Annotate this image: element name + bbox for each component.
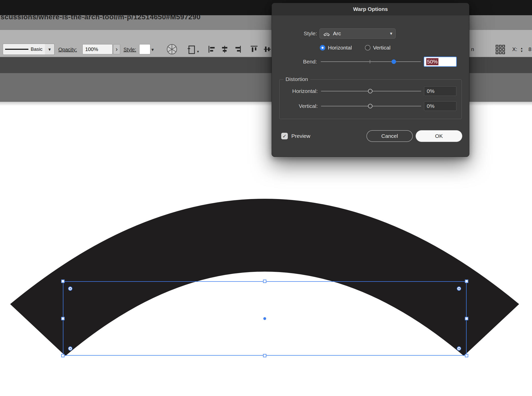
bend-value-selected-text: 50% xyxy=(426,58,438,65)
stepper-down-icon[interactable]: ▾ xyxy=(521,50,523,53)
warp-style-value: Arc xyxy=(333,30,387,37)
align-horizontal-center-icon[interactable] xyxy=(220,45,229,54)
chevron-right-glyph: › xyxy=(116,46,118,53)
distortion-legend: Distortion xyxy=(283,76,310,82)
warp-style-label: Style: xyxy=(274,28,317,39)
arc-style-icon xyxy=(323,31,330,36)
transform-label-partial: n xyxy=(471,46,474,52)
selection-handle-middle-right[interactable] xyxy=(465,317,468,320)
align-horizontal-right-icon[interactable] xyxy=(233,45,242,54)
live-corner-widget[interactable] xyxy=(457,346,461,351)
distortion-group: Distortion Horizontal: 0% Vertical: 0% xyxy=(279,79,462,119)
chevron-right-icon[interactable]: › xyxy=(113,44,120,54)
graphic-style-label[interactable]: Style: xyxy=(123,47,136,53)
vertical-radio[interactable] xyxy=(365,45,370,51)
selection-handle-top-left[interactable] xyxy=(61,280,65,283)
preview-checkbox[interactable]: ✓ xyxy=(281,133,288,139)
bend-slider-center-tick xyxy=(370,60,370,63)
distortion-horizontal-slider[interactable] xyxy=(321,86,421,96)
bend-slider-thumb[interactable] xyxy=(392,59,396,64)
chevron-down-icon: ▾ xyxy=(390,31,392,36)
bend-slider-track[interactable] xyxy=(321,61,421,62)
stroke-preset-dropdown[interactable]: Basic xyxy=(3,44,45,55)
vertical-radio-label[interactable]: Vertical xyxy=(373,45,391,51)
selection-handle-middle-left[interactable] xyxy=(61,317,65,320)
document-icon xyxy=(187,45,196,55)
align-vertical-center-icon[interactable] xyxy=(263,45,272,54)
check-icon: ✓ xyxy=(282,133,287,139)
distortion-horizontal-label: Horizontal: xyxy=(279,86,318,96)
warp-options-dialog: Warp Options Style: Arc ▾ Horizontal Ver… xyxy=(272,3,469,157)
recolor-artwork-icon[interactable] xyxy=(166,43,178,55)
selection-center-point[interactable] xyxy=(263,317,266,320)
stroke-preset-label: Basic xyxy=(31,46,42,52)
align-vertical-top-icon[interactable] xyxy=(250,45,259,54)
dialog-title[interactable]: Warp Options xyxy=(272,3,469,15)
distortion-horizontal-value: 0% xyxy=(427,88,434,94)
cancel-button[interactable]: Cancel xyxy=(366,130,413,142)
distortion-vertical-slider[interactable] xyxy=(321,101,421,111)
graphic-style-swatch[interactable] xyxy=(139,44,150,54)
opacity-label[interactable]: Opacity: xyxy=(58,47,77,53)
selection-handle-top-right[interactable] xyxy=(465,280,468,283)
x-coordinate-stepper[interactable]: ▴ ▾ xyxy=(521,44,523,55)
selection-handle-top-center[interactable] xyxy=(263,280,267,283)
selection-handle-bottom-center[interactable] xyxy=(263,354,267,357)
horizontal-radio-group[interactable]: Horizontal xyxy=(320,43,352,52)
stroke-preview-line xyxy=(5,49,28,50)
live-corner-widget[interactable] xyxy=(68,346,73,351)
chevron-down-icon: ▾ xyxy=(197,49,199,55)
vertical-radio-group[interactable]: Vertical xyxy=(365,43,391,52)
distortion-horizontal-thumb[interactable] xyxy=(368,89,373,93)
distortion-vertical-value: 0% xyxy=(427,103,434,109)
x-coordinate-value-partial: 8 xyxy=(528,46,531,52)
bend-label: Bend: xyxy=(274,57,317,67)
selection-handle-bottom-left[interactable] xyxy=(61,354,65,357)
distortion-vertical-label: Vertical: xyxy=(279,101,318,111)
live-corner-widget[interactable] xyxy=(457,287,461,291)
horizontal-radio-label[interactable]: Horizontal xyxy=(328,45,352,51)
align-horizontal-left-icon[interactable] xyxy=(207,45,217,54)
chevron-down-icon[interactable]: ▾ xyxy=(151,47,154,53)
reference-point-grid-icon[interactable] xyxy=(495,44,506,55)
distortion-vertical-input[interactable]: 0% xyxy=(424,101,456,111)
x-coordinate-label: X: xyxy=(512,46,517,52)
distortion-vertical-thumb[interactable] xyxy=(368,104,373,108)
horizontal-radio[interactable] xyxy=(320,45,325,51)
warp-style-dropdown[interactable]: Arc ▾ xyxy=(320,28,396,39)
chevron-down-glyph: ▾ xyxy=(48,46,51,52)
chevron-down-icon[interactable]: ▾ xyxy=(45,44,55,55)
selection-handle-bottom-right[interactable] xyxy=(465,354,468,357)
distortion-horizontal-input[interactable]: 0% xyxy=(424,86,456,96)
live-corner-widget[interactable] xyxy=(68,287,73,291)
browser-url-text: scussions/where-is-the-arch-tool/m-p/125… xyxy=(1,15,201,21)
preview-label[interactable]: Preview xyxy=(291,133,310,139)
opacity-value: 100% xyxy=(85,46,98,52)
bend-slider[interactable] xyxy=(321,57,421,67)
opacity-input[interactable]: 100% xyxy=(82,44,113,54)
screen: scussions/where-is-the-arch-tool/m-p/125… xyxy=(0,0,532,396)
document-setup-dropdown[interactable]: ▾ xyxy=(187,45,199,55)
ok-button[interactable]: OK xyxy=(416,130,462,142)
bend-value-input[interactable]: 50% xyxy=(424,57,457,67)
